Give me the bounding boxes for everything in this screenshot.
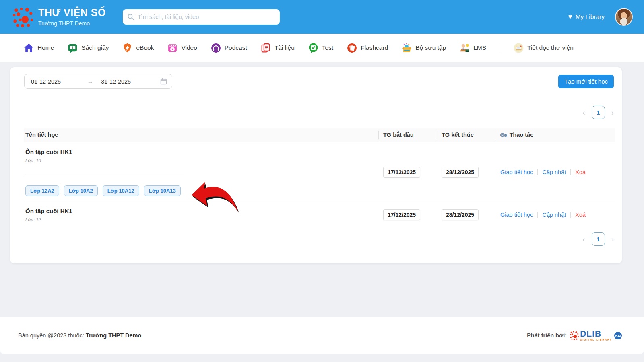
nav-item-podcast[interactable]: Podcast bbox=[211, 43, 247, 53]
divider bbox=[25, 175, 184, 175]
main-nav: Home Sách giấy eBook Video Podcast Tài l… bbox=[0, 34, 644, 62]
table-header-row: Tên tiết học TG bắt đầu TG kết thúc ⚙⚙ T… bbox=[24, 128, 615, 142]
dlib-logo[interactable]: DLIB DIGITAL LIBRARY K12 bbox=[569, 329, 622, 341]
column-header-end: TG kết thúc bbox=[437, 128, 495, 142]
start-date-value: 17/12/2025 bbox=[383, 167, 420, 178]
document-icon bbox=[260, 43, 271, 53]
nav-divider bbox=[500, 43, 500, 53]
collection-icon bbox=[401, 43, 412, 53]
lesson-title: Ôn tập cuối HK1 bbox=[25, 207, 378, 215]
user-avatar[interactable] bbox=[615, 8, 633, 26]
search-input[interactable] bbox=[138, 14, 275, 20]
toolbar: 01-12-2025 → 31-12-2025 Tạo mới tiết học bbox=[24, 74, 614, 89]
class-tag[interactable]: Lớp 10A12 bbox=[103, 185, 139, 196]
divider bbox=[537, 169, 538, 175]
podcast-icon bbox=[211, 43, 221, 53]
library-reading-icon bbox=[513, 43, 524, 53]
copyright-owner: Trường THPT Demo bbox=[86, 332, 141, 339]
lms-icon bbox=[459, 43, 470, 53]
pagination-top: ‹ 1 › bbox=[582, 106, 614, 119]
nav-item-lms[interactable]: LMS bbox=[459, 43, 486, 53]
date-from-field[interactable]: 01-12-2025 bbox=[31, 78, 87, 85]
update-link[interactable]: Cập nhật bbox=[542, 212, 566, 218]
lesson-table: Tên tiết học TG bắt đầu TG kết thúc ⚙⚙ T… bbox=[24, 128, 615, 228]
create-lesson-button[interactable]: Tạo mới tiết học bbox=[558, 75, 614, 88]
actions-cell: Giao tiết học Cập nhật Xoá bbox=[495, 202, 615, 228]
nav-item-test[interactable]: Test bbox=[308, 43, 333, 53]
lesson-name-cell: Ôn tập cuối HK1 Lớp: 12 bbox=[24, 202, 378, 228]
nav-item-video[interactable]: Video bbox=[167, 43, 197, 53]
ebook-icon bbox=[122, 43, 133, 53]
nav-item-sach-giay[interactable]: Sách giấy bbox=[67, 43, 109, 53]
start-date-cell: 17/12/2025 bbox=[378, 142, 437, 202]
header: THƯ VIỆN SỐ Trường THPT Demo ♥ My Librar… bbox=[0, 0, 644, 34]
table-row: Ôn tập cuối HK1 Lớp: 10 Lớp 12A2 Lớp 10A… bbox=[24, 142, 615, 202]
test-icon bbox=[308, 43, 319, 53]
next-page-icon[interactable]: › bbox=[611, 109, 614, 116]
brand-subtitle: Trường THPT Demo bbox=[38, 20, 106, 27]
my-library-link[interactable]: ♥ My Library bbox=[568, 13, 605, 21]
nav-item-home[interactable]: Home bbox=[23, 43, 54, 53]
actions-cell: Giao tiết học Cập nhật Xoá bbox=[495, 142, 615, 202]
update-link[interactable]: Cập nhật bbox=[542, 169, 566, 175]
page-number-button[interactable]: 1 bbox=[592, 232, 605, 246]
nav-item-tiet-doc-thu-vien[interactable]: Tiết đọc thư viện bbox=[513, 43, 574, 53]
end-date-value: 28/12/2025 bbox=[442, 167, 479, 178]
lesson-grade: Lớp: 12 bbox=[25, 217, 378, 222]
my-library-label: My Library bbox=[576, 13, 605, 21]
column-header-name: Tên tiết học bbox=[24, 128, 378, 142]
divider bbox=[570, 212, 571, 218]
class-tag[interactable]: Lớp 12A2 bbox=[25, 185, 59, 196]
developed-by: Phát triển bởi: DLIB DIGITAL LIBRARY K12 bbox=[527, 329, 622, 341]
end-date-value: 28/12/2025 bbox=[442, 209, 479, 220]
footer: Bản quyền @2023 thuộc: Trường THPT Demo … bbox=[0, 317, 644, 354]
assign-lesson-link[interactable]: Giao tiết học bbox=[500, 212, 533, 218]
search-icon bbox=[128, 14, 134, 20]
home-icon bbox=[23, 43, 34, 53]
start-date-value: 17/12/2025 bbox=[383, 209, 420, 220]
next-page-icon[interactable]: › bbox=[611, 235, 614, 243]
table-row: Ôn tập cuối HK1 Lớp: 12 17/12/2025 28/12… bbox=[24, 202, 615, 228]
nav-item-ebook[interactable]: eBook bbox=[122, 43, 154, 53]
brand-title: THƯ VIỆN SỐ bbox=[38, 7, 106, 19]
dots-network-logo-icon bbox=[569, 331, 579, 340]
end-date-cell: 28/12/2025 bbox=[437, 142, 495, 202]
paper-book-icon bbox=[67, 43, 78, 53]
divider bbox=[570, 169, 571, 175]
prev-page-icon[interactable]: ‹ bbox=[582, 235, 585, 243]
flashcard-icon bbox=[347, 43, 357, 53]
class-tag[interactable]: Lớp 10A13 bbox=[144, 185, 181, 196]
date-range-picker[interactable]: 01-12-2025 → 31-12-2025 bbox=[24, 74, 172, 89]
end-date-cell: 28/12/2025 bbox=[437, 202, 495, 228]
page-number-button[interactable]: 1 bbox=[592, 106, 605, 119]
date-to-field[interactable]: 31-12-2025 bbox=[101, 78, 131, 85]
range-arrow-icon: → bbox=[87, 78, 101, 85]
class-tags: Lớp 12A2 Lớp 10A2 Lớp 10A12 Lớp 10A13 bbox=[25, 185, 378, 196]
divider bbox=[537, 212, 538, 218]
start-date-cell: 17/12/2025 bbox=[378, 202, 437, 228]
dlib-logo-subtext: DIGITAL LIBRARY bbox=[580, 339, 612, 341]
copyright-text: Bản quyền @2023 thuộc: Trường THPT Demo bbox=[18, 332, 141, 339]
brand-logo[interactable]: THƯ VIỆN SỐ Trường THPT Demo bbox=[11, 6, 106, 28]
lesson-title: Ôn tập cuối HK1 bbox=[25, 148, 378, 156]
assign-lesson-link[interactable]: Giao tiết học bbox=[500, 169, 533, 175]
nav-item-bo-suu-tap[interactable]: Bộ sưu tập bbox=[401, 43, 446, 53]
delete-link[interactable]: Xoá bbox=[575, 169, 586, 175]
gears-icon: ⚙⚙ bbox=[500, 132, 507, 138]
calendar-icon[interactable] bbox=[160, 78, 167, 85]
dots-network-logo-icon bbox=[11, 6, 33, 28]
lesson-grade: Lớp: 10 bbox=[25, 158, 378, 163]
lesson-list-panel: 01-12-2025 → 31-12-2025 Tạo mới tiết học… bbox=[10, 67, 622, 263]
prev-page-icon[interactable]: ‹ bbox=[582, 109, 585, 116]
column-header-start: TG bắt đầu bbox=[378, 128, 437, 142]
nav-item-tai-lieu[interactable]: Tài liệu bbox=[260, 43, 295, 53]
k12-badge: K12 bbox=[614, 332, 622, 339]
heart-icon: ♥ bbox=[568, 13, 572, 21]
nav-item-flashcard[interactable]: Flashcard bbox=[347, 43, 388, 53]
pagination-bottom: ‹ 1 › bbox=[582, 232, 614, 246]
delete-link[interactable]: Xoá bbox=[575, 212, 586, 218]
dlib-logo-text: DLIB bbox=[580, 329, 612, 338]
class-tag[interactable]: Lớp 10A2 bbox=[64, 185, 98, 196]
lesson-name-cell: Ôn tập cuối HK1 Lớp: 10 Lớp 12A2 Lớp 10A… bbox=[24, 142, 378, 202]
column-header-actions: ⚙⚙ Thao tác bbox=[495, 128, 615, 142]
